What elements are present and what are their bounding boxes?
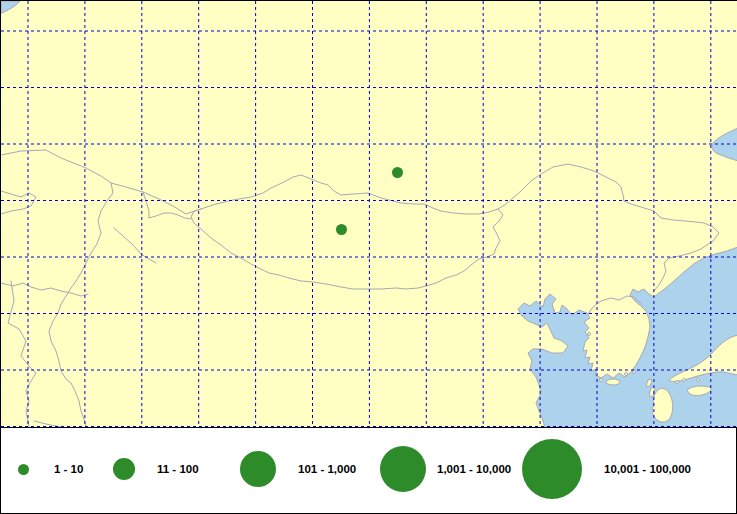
island-jeju	[606, 379, 620, 385]
map-canvas[interactable]	[0, 0, 737, 427]
legend-symbol-circle-5	[522, 439, 582, 499]
map-drawing	[1, 1, 737, 428]
island-kyushu	[652, 388, 673, 422]
map-point-2[interactable]	[336, 224, 347, 235]
legend-box: 1 - 10 11 - 100 101 - 1,000 1,001 - 10,0…	[0, 427, 737, 514]
legend-symbol-circle-2	[113, 458, 135, 480]
map-figure: 1 - 10 11 - 100 101 - 1,000 1,001 - 10,0…	[0, 0, 737, 514]
legend-symbol-circle-3	[240, 451, 276, 487]
legend-item-label-5: 10,001 - 100,000	[604, 463, 691, 475]
map-point-1[interactable]	[392, 167, 403, 178]
legend-item-label-2: 11 - 100	[157, 463, 199, 475]
legend-item-label-1: 1 - 10	[54, 463, 83, 475]
legend-symbol-circle-4	[380, 446, 426, 492]
legend-symbol-circle-1	[18, 464, 29, 475]
legend-item-label-3: 101 - 1,000	[298, 463, 356, 475]
legend-item-label-4: 1,001 - 10,000	[437, 463, 511, 475]
